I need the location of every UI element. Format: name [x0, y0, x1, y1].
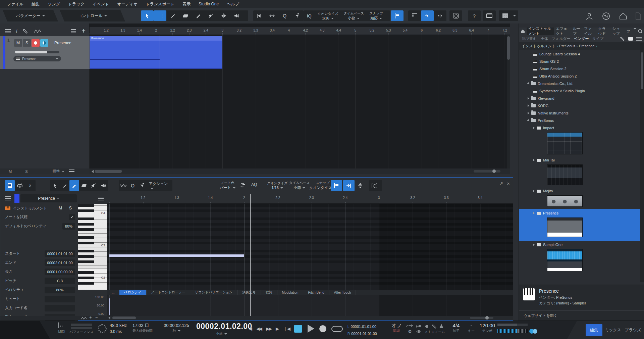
editor-solo-button[interactable]: S [66, 205, 75, 211]
plugin-thumbnail[interactable] [547, 249, 583, 271]
expand-arrow-icon[interactable] [527, 119, 530, 122]
menu-item[interactable]: トランスポート [142, 0, 178, 8]
loop-range-display[interactable]: L00001.01.01.00 R00001.01.01.00 [347, 323, 377, 337]
drum-view-button[interactable] [15, 180, 25, 191]
wrench-icon[interactable] [620, 37, 625, 41]
track-volume-slider[interactable] [15, 51, 59, 53]
browser-item[interactable]: Presence [519, 209, 640, 241]
record-button[interactable] [319, 325, 326, 332]
zoom-out-button[interactable]: − [95, 315, 98, 320]
track-list-menu-icon[interactable] [5, 29, 11, 33]
loop-button[interactable] [331, 326, 343, 332]
quantize-panel-icon[interactable] [138, 180, 147, 191]
parameter-tab[interactable]: パラメーター [3, 10, 58, 21]
return-to-start-button[interactable]: ❘◀ [283, 326, 290, 331]
marker-out-icon[interactable] [416, 330, 421, 334]
split-tool-button[interactable] [166, 10, 179, 21]
quantize-dropdown[interactable]: クオンタイズ 1/16 [315, 10, 341, 21]
follow-edit-toggle[interactable] [434, 10, 446, 21]
browser-item[interactable]: Lounge Lizard Session 4 [519, 50, 640, 58]
list-view-icon[interactable] [636, 37, 642, 41]
lane-tab[interactable]: ベロシティ [119, 290, 146, 295]
console-layout-button[interactable] [499, 10, 512, 21]
inspector-row-value[interactable]: C 3 [45, 278, 75, 284]
browser-tab[interactable]: ファイル [582, 28, 596, 35]
sync-display[interactable]: オフ 同期 [389, 323, 404, 333]
lane-tab[interactable]: 歌詞 [261, 290, 277, 295]
track-list-display-icon[interactable] [69, 170, 74, 173]
track-monitor-button[interactable] [40, 39, 48, 47]
expand-arrow-icon[interactable] [533, 159, 535, 161]
browser-item[interactable]: Strum Session 2 [519, 65, 640, 72]
home-icon[interactable] [619, 12, 628, 21]
expand-arrow-icon[interactable] [533, 243, 535, 246]
main-time-display[interactable]: 00002.01.02.00 小節 [196, 321, 247, 336]
expand-arrow-icon[interactable] [533, 212, 535, 214]
sort-option[interactable]: タイプ [592, 36, 603, 41]
listen-tool-button[interactable] [99, 180, 108, 191]
ghost-notes-icon[interactable] [240, 182, 247, 189]
account-icon[interactable] [585, 12, 593, 21]
rewind-button[interactable]: ◀◀ [256, 326, 262, 331]
arrange-hscrollbar[interactable] [90, 168, 510, 174]
tempo-tap-meter[interactable] [497, 329, 528, 333]
lane-tab[interactable]: After Touch [329, 290, 356, 295]
quantize-q-button[interactable]: Q [128, 180, 138, 191]
menu-item[interactable]: 編集 [28, 0, 43, 8]
browser-item[interactable]: Strum GS-2 [519, 58, 640, 65]
browser-scroll-thumb[interactable] [641, 52, 643, 89]
notes-page-icon[interactable] [635, 12, 642, 21]
split-tool-button[interactable] [60, 180, 69, 191]
scroll-left-icon[interactable] [108, 317, 110, 319]
stop-button[interactable] [294, 325, 302, 333]
eraser-tool-button[interactable] [79, 180, 89, 191]
inspector-row-value[interactable]: 00002.01.01.00 [45, 259, 75, 266]
track-instrument-dropdown[interactable]: Presence [13, 56, 61, 61]
arrange-vscrollbar[interactable] [507, 35, 510, 168]
workspace-mix-button[interactable]: ミックス [604, 324, 622, 336]
range-tool-button[interactable] [154, 10, 166, 21]
browser-item[interactable]: Mojito [519, 187, 640, 207]
paint-tool-button[interactable] [192, 10, 205, 21]
control-tab[interactable]: コントロール [60, 10, 125, 21]
vscroll-thumb[interactable] [507, 36, 510, 60]
breadcrumb-item[interactable]: インストゥルメント › [522, 44, 558, 49]
browser-home-tab[interactable] [519, 28, 527, 35]
track-list-options-icon[interactable] [71, 29, 76, 33]
browser-scrollbar[interactable] [640, 43, 644, 282]
thumbnail-view-icon[interactable] [628, 37, 633, 41]
marker-in-icon[interactable] [416, 324, 421, 329]
lane-tab[interactable]: サウンドバリエーション [190, 290, 237, 295]
velocity-lane[interactable] [107, 295, 513, 316]
editor-zoom-slider[interactable] [470, 317, 493, 319]
open-website-link[interactable]: ウェブサイトを開く [519, 310, 644, 321]
expand-tracks-toggle[interactable] [355, 180, 365, 191]
play-from-icon[interactable] [253, 10, 266, 21]
plugin-thumbnail[interactable] [547, 217, 583, 237]
automation-icon[interactable] [34, 29, 41, 34]
arrangement-view[interactable]: 1.21.31.422.22.32.433.23.33.444.24.34.45… [90, 23, 510, 174]
performance-meter[interactable] [71, 324, 92, 329]
eraser-tool-button[interactable] [179, 10, 192, 21]
help-button[interactable]: ? [468, 10, 481, 21]
actions-dropdown[interactable]: アクション [147, 181, 172, 190]
track-solo-button[interactable]: S [23, 39, 31, 47]
video-button[interactable] [483, 10, 496, 21]
macro-controls-button[interactable] [449, 10, 462, 21]
arrow-tool-button[interactable] [141, 10, 154, 21]
macro-controls-button[interactable] [369, 180, 379, 191]
arrow-tool-button[interactable] [50, 180, 60, 191]
detach-editor-icon[interactable]: ↗ [499, 181, 503, 186]
timebase-dropdown[interactable]: タイムベース 小節 [341, 10, 367, 21]
pianoroll-view-button[interactable] [5, 180, 15, 191]
expand-arrow-icon[interactable] [527, 82, 530, 85]
monitor-toggle-icon[interactable] [529, 329, 538, 334]
menu-item[interactable]: トラック [64, 0, 88, 8]
piano-keyboard[interactable]: C4C3C2 [78, 204, 107, 290]
score-view-button[interactable]: ♪ [25, 180, 35, 191]
bend-tool-button[interactable] [217, 10, 230, 21]
arrange-zoom-slider[interactable] [474, 170, 500, 173]
iq-toggle[interactable]: IQ [304, 13, 315, 18]
curve-tool-icon[interactable] [119, 180, 128, 191]
next-bar-button[interactable]: ▶ [276, 326, 278, 331]
